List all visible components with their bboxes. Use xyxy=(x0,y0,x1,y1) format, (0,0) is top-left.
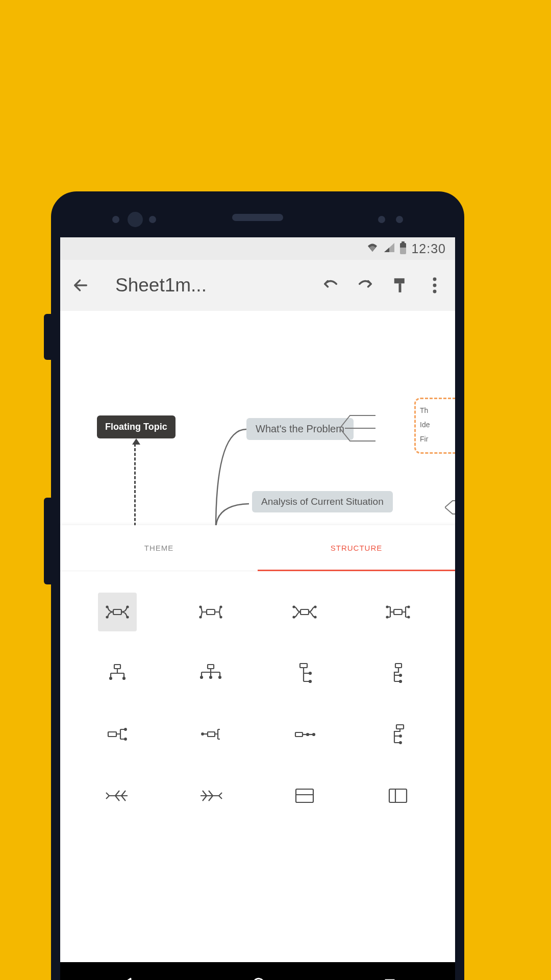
svg-rect-38 xyxy=(108,732,116,737)
side-button xyxy=(44,314,51,360)
svg-point-18 xyxy=(314,606,316,608)
structure-mindmap-4[interactable] xyxy=(352,592,445,632)
nav-back-button[interactable] xyxy=(118,976,135,980)
svg-point-24 xyxy=(408,617,410,618)
structure-org-2[interactable] xyxy=(164,653,258,694)
svg-point-31 xyxy=(219,676,221,678)
svg-point-39 xyxy=(124,728,127,730)
svg-point-9 xyxy=(127,617,128,618)
svg-rect-10 xyxy=(207,609,215,615)
svg-point-27 xyxy=(123,677,125,679)
status-bar: 12:30 xyxy=(60,237,455,260)
svg-rect-43 xyxy=(295,732,303,737)
android-navbar xyxy=(60,962,455,980)
structure-org-1[interactable] xyxy=(70,653,164,694)
undo-button[interactable] xyxy=(315,273,346,298)
sub-topic[interactable]: Th xyxy=(420,403,455,418)
back-button[interactable] xyxy=(65,273,96,298)
svg-rect-49 xyxy=(296,789,313,802)
svg-point-42 xyxy=(202,733,204,735)
svg-point-8 xyxy=(127,606,128,608)
svg-point-45 xyxy=(313,733,315,736)
boundary-box[interactable]: Th Ide Fir xyxy=(414,398,455,454)
svg-point-40 xyxy=(124,738,127,740)
svg-point-4 xyxy=(433,290,437,293)
svg-point-29 xyxy=(201,676,203,678)
wifi-icon xyxy=(366,242,379,255)
svg-point-30 xyxy=(210,676,212,678)
svg-rect-5 xyxy=(113,609,121,615)
svg-point-3 xyxy=(433,284,437,287)
structure-grid xyxy=(60,571,455,837)
svg-point-19 xyxy=(314,617,316,618)
svg-rect-32 xyxy=(300,664,307,668)
structure-tree-2[interactable] xyxy=(164,714,258,755)
tab-theme[interactable]: THEME xyxy=(60,525,258,571)
structure-spreadsheet-row[interactable] xyxy=(258,775,352,816)
topic-node-problem[interactable]: What's the Problem xyxy=(246,418,354,440)
app-toolbar: Sheet1m... xyxy=(60,260,455,311)
phone-sensors xyxy=(51,210,464,230)
svg-point-37 xyxy=(399,680,402,682)
svg-point-22 xyxy=(387,617,388,618)
svg-rect-1 xyxy=(399,283,402,292)
svg-rect-25 xyxy=(114,665,120,669)
more-options-button[interactable] xyxy=(419,273,450,298)
svg-point-6 xyxy=(106,606,108,608)
svg-point-13 xyxy=(220,606,222,608)
svg-point-48 xyxy=(399,742,402,744)
svg-rect-41 xyxy=(208,732,215,737)
structure-mindmap-2[interactable] xyxy=(164,592,258,632)
nav-home-button[interactable] xyxy=(251,976,267,980)
svg-rect-28 xyxy=(208,665,214,669)
format-button[interactable] xyxy=(385,273,415,298)
svg-point-12 xyxy=(200,617,202,618)
svg-point-2 xyxy=(433,278,437,281)
svg-point-16 xyxy=(293,606,294,608)
svg-rect-35 xyxy=(395,664,402,668)
connector-line xyxy=(213,427,249,525)
battery-icon xyxy=(400,243,406,254)
topic-node-analysis[interactable]: Analysis of Current Situation xyxy=(252,491,393,512)
cellular-icon xyxy=(384,242,395,255)
floating-topic-node[interactable]: Floating Topic xyxy=(97,415,176,438)
svg-point-14 xyxy=(220,617,222,618)
structure-tree-3[interactable] xyxy=(258,714,352,755)
sub-topic[interactable]: Fir xyxy=(420,432,455,446)
tab-structure[interactable]: STRUCTURE xyxy=(258,525,455,571)
structure-logic-2[interactable] xyxy=(352,653,445,694)
svg-point-23 xyxy=(408,606,410,608)
structure-mindmap-3[interactable] xyxy=(258,592,352,632)
structure-tree-4[interactable] xyxy=(352,714,445,755)
format-panel: THEME STRUCTURE xyxy=(60,525,455,962)
svg-point-21 xyxy=(387,606,388,608)
structure-logic-1[interactable] xyxy=(258,653,352,694)
structure-tree-1[interactable] xyxy=(70,714,164,755)
structure-fishbone-left[interactable] xyxy=(70,775,164,816)
svg-point-36 xyxy=(399,674,402,676)
document-title[interactable]: Sheet1m... xyxy=(115,275,207,296)
svg-rect-15 xyxy=(300,609,309,615)
svg-rect-46 xyxy=(396,725,404,729)
svg-point-34 xyxy=(309,680,311,682)
svg-point-33 xyxy=(309,672,311,674)
structure-mindmap-1[interactable] xyxy=(70,592,164,632)
relationship-arrow xyxy=(134,444,136,525)
redo-button[interactable] xyxy=(350,273,381,298)
svg-rect-50 xyxy=(389,789,407,802)
svg-point-17 xyxy=(293,617,294,618)
mindmap-canvas[interactable]: Floating Topic What's the Problem Analys… xyxy=(60,311,455,525)
phone-frame: 12:30 Sheet1m... Floating Topic xyxy=(51,191,464,980)
screen: 12:30 Sheet1m... Floating Topic xyxy=(60,237,455,980)
connector-bracket xyxy=(340,413,381,449)
svg-point-26 xyxy=(110,677,112,679)
nav-recent-button[interactable] xyxy=(383,977,397,980)
svg-rect-0 xyxy=(394,278,405,283)
connector-diamond xyxy=(445,500,455,515)
svg-point-44 xyxy=(307,733,309,736)
sub-topic[interactable]: Ide xyxy=(420,418,455,432)
svg-point-47 xyxy=(399,735,402,737)
structure-spreadsheet-col[interactable] xyxy=(352,775,445,816)
svg-point-11 xyxy=(200,606,202,608)
structure-fishbone-right[interactable] xyxy=(164,775,258,816)
